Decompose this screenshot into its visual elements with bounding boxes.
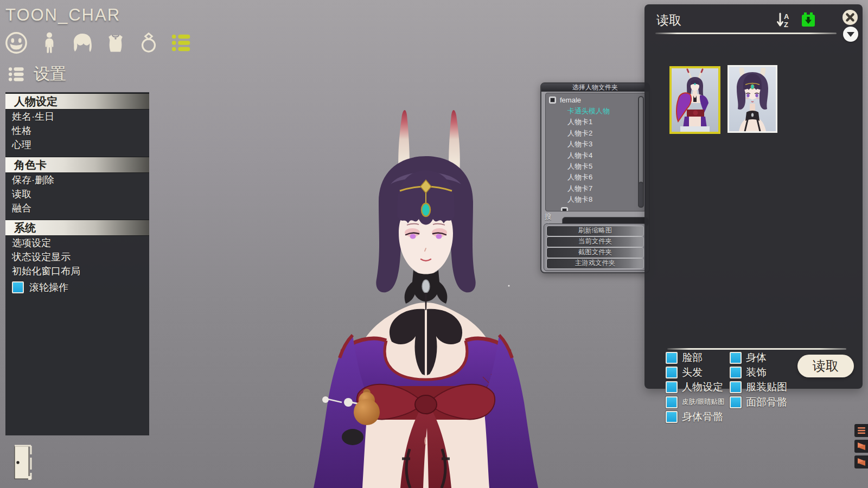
sidebar-item-merge[interactable]: 融合 (5, 201, 149, 215)
svg-text:Z: Z (784, 21, 788, 29)
section-header-card: 角色卡 (5, 157, 149, 173)
door-exit-icon[interactable] (12, 445, 34, 483)
option-label-skin-eye-texture: 皮肤/眼睛贴图 (682, 397, 725, 407)
banner-icon[interactable] (854, 455, 868, 468)
header-divider (655, 33, 837, 34)
option-label-hair: 头发 (682, 365, 725, 380)
option-checkbox-body-bones[interactable] (666, 411, 678, 423)
folder-item[interactable]: 人物卡4 (567, 150, 592, 161)
option-checkbox-accessory[interactable] (730, 367, 742, 378)
mode-toolbar (3, 30, 195, 56)
settings-title: 设置 (34, 63, 66, 85)
folder-item[interactable]: 人物卡1 (567, 117, 592, 127)
character-model (314, 110, 538, 488)
sidebar-item-reset-layout[interactable]: 初始化窗口布局 (5, 264, 149, 278)
section-header-system: 系统 (5, 220, 149, 236)
folder-actions: 刷新缩略图 当前文件夹 截图文件夹 主游戏文件夹 (544, 223, 647, 271)
sidebar-item-mentality[interactable]: 心理 (5, 138, 149, 152)
sidebar-item-status-display[interactable]: 状态设定显示 (5, 250, 149, 264)
folder-item-clipped[interactable] (561, 207, 568, 211)
banner-icon[interactable] (854, 440, 868, 453)
tree-scrollbar[interactable] (638, 96, 644, 208)
load-panel-title: 读取 (656, 12, 681, 29)
option-label-face: 脸部 (682, 351, 725, 365)
dialog-title: 选择人物文件夹 (541, 84, 649, 92)
option-checkbox-body[interactable] (730, 352, 742, 364)
option-checkbox-skin-eye-texture[interactable] (666, 396, 678, 408)
main-game-folder-button[interactable]: 主游戏文件夹 (546, 258, 644, 269)
character-card-thumbnail-selected[interactable] (669, 66, 720, 134)
section-header-character: 人物设定 (5, 93, 149, 110)
body-icon[interactable] (36, 30, 62, 56)
corner-button-stack (854, 424, 868, 468)
folder-item[interactable]: 人物卡6 (567, 172, 592, 183)
sidebar-item-options[interactable]: 选项设定 (5, 236, 149, 250)
accessory-icon[interactable] (136, 30, 162, 56)
sidebar-item-load[interactable]: 读取 (5, 187, 149, 201)
hair-icon[interactable] (69, 30, 95, 56)
tree-scrollbar-thumb[interactable] (638, 182, 644, 208)
option-checkbox-face[interactable] (666, 352, 678, 364)
app-title: TOON_CHAR (5, 5, 120, 25)
option-label-face-bones: 面部骨骼 (746, 395, 787, 409)
option-label-accessory: 装饰 (746, 365, 787, 380)
settings-header: 设置 (7, 63, 66, 85)
option-checkbox-hair[interactable] (666, 367, 678, 378)
option-checkbox-clothes-texture[interactable] (730, 381, 742, 393)
option-checkbox-character-settings[interactable] (666, 381, 678, 393)
folder-item[interactable]: 人物卡7 (567, 183, 592, 194)
chevron-down-icon[interactable] (843, 27, 858, 42)
option-label-clothes-texture: 服装贴图 (746, 380, 787, 394)
folder-select-dialog: 选择人物文件夹 female 卡通头模人物 人物卡1 人物卡2 人物卡3 人物卡… (540, 82, 650, 273)
folder-node-female[interactable]: female (549, 95, 581, 104)
sidebar-item-personality[interactable]: 性格 (5, 124, 149, 138)
face-icon[interactable] (3, 30, 29, 56)
svg-text:A: A (784, 12, 789, 21)
option-label-character-settings: 人物设定 (682, 380, 725, 394)
folder-item[interactable]: 人物卡3 (567, 139, 592, 150)
wheel-operation-row: 滚轮操作 (5, 280, 149, 294)
app-window: TOON_CHAR (0, 0, 868, 488)
load-options-grid: 脸部 身体 头发 装饰 人物设定 服装贴图 皮肤/眼睛贴图 面部骨骼 身体骨骼 (666, 350, 787, 425)
folder-item[interactable]: 人物卡2 (567, 128, 592, 139)
current-folder-button[interactable]: 当前文件夹 (546, 236, 644, 247)
refresh-thumbnails-button[interactable]: 刷新缩略图 (546, 226, 644, 236)
calendar-sort-icon[interactable] (800, 11, 817, 29)
option-label-body-bones: 身体骨骼 (682, 410, 725, 424)
option-label-body: 身体 (746, 351, 787, 365)
list-icon (7, 64, 27, 85)
folder-root-label: female (560, 96, 581, 104)
folder-tree: female 卡通头模人物 人物卡1 人物卡2 人物卡3 人物卡4 人物卡5 人… (545, 93, 646, 211)
settings-list-icon[interactable] (169, 30, 195, 56)
load-panel: 读取 A Z (644, 4, 863, 389)
folder-item[interactable]: 人物卡8 (567, 194, 592, 205)
clothes-icon[interactable] (103, 30, 129, 56)
option-checkbox-face-bones[interactable] (730, 396, 742, 408)
tree-toggle-icon[interactable] (561, 207, 568, 211)
sidebar-item-save-delete[interactable]: 保存·删除 (5, 173, 149, 187)
wheel-operation-label: 滚轮操作 (29, 280, 68, 294)
close-icon[interactable] (843, 10, 858, 25)
sidebar-item-name-birthday[interactable]: 姓名·生日 (5, 110, 149, 124)
wheel-operation-checkbox[interactable] (12, 281, 24, 293)
folder-item[interactable]: 人物卡5 (567, 161, 592, 172)
folder-item-selected[interactable]: 卡通头模人物 (567, 106, 610, 117)
load-confirm-button[interactable]: 读取 (797, 355, 854, 377)
options-divider (667, 348, 846, 350)
sort-az-icon[interactable]: A Z (776, 11, 794, 29)
settings-sidebar: 人物设定 姓名·生日 性格 心理 角色卡 保存·删除 读取 融合 系统 选项设定… (5, 92, 149, 435)
menu-icon[interactable] (854, 424, 868, 437)
tree-toggle-icon[interactable] (549, 97, 556, 104)
screenshot-folder-button[interactable]: 截图文件夹 (546, 247, 644, 258)
character-card-thumbnail-2[interactable] (727, 65, 777, 133)
